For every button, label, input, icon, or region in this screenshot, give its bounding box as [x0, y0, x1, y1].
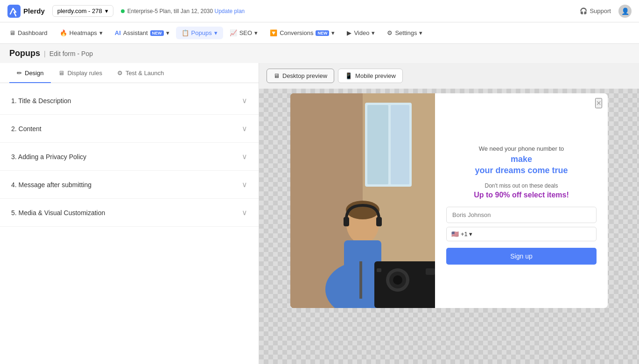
svg-rect-12 — [359, 261, 362, 299]
headphone-icon: 🎧 — [580, 7, 587, 14]
nav-item-seo[interactable]: 📈 SEO ▾ — [224, 27, 263, 39]
chevron-icon: ∨ — [242, 152, 247, 161]
user-avatar[interactable]: 👤 — [618, 5, 632, 18]
main-nav: 🖥 Dashboard 🔥 Heatmaps ▾ AI Assistant NE… — [0, 22, 639, 44]
chevron-icon: ∨ — [242, 124, 247, 133]
nav-item-conversions[interactable]: 🔽 Conversions NEW ▾ — [264, 27, 340, 39]
page-header: Popups | Edit form - Pop — [0, 44, 639, 63]
topbar-right: 🎧 Support 👤 — [580, 5, 632, 18]
chevron-icon: ∨ — [242, 96, 247, 105]
assistant-badge: NEW — [150, 30, 164, 36]
svg-rect-4 — [391, 105, 409, 184]
svg-rect-10 — [376, 217, 382, 226]
popup-photo — [290, 93, 435, 308]
flag-icon: 🇺🇸 — [451, 231, 459, 238]
accordion-media-visual[interactable]: 5. Media & Visual Customization ∨ — [0, 199, 259, 227]
support-button[interactable]: 🎧 Support — [580, 7, 611, 14]
settings-icon: ⚙ — [387, 29, 393, 36]
svg-rect-18 — [377, 268, 381, 272]
page-title: Popups — [9, 49, 40, 58]
phone-prefix: +1 ▾ — [461, 231, 472, 238]
tabs: ✏ Design 🖥 Display rules ⚙ Test & Launch — [0, 63, 259, 83]
site-selector[interactable]: plerdy.com - 278 ▾ — [52, 5, 113, 17]
photo-bg — [290, 93, 435, 308]
popup-form-panel: × We need your phone number to makeyour … — [435, 93, 608, 308]
left-panel: ✏ Design 🖥 Display rules ⚙ Test & Launch… — [0, 63, 259, 364]
nav-item-popups[interactable]: 📋 Popups ▾ — [176, 27, 223, 39]
right-panel: 🖥 Desktop preview 📱 Mobile preview — [259, 63, 639, 364]
preview-area: × We need your phone number to makeyour … — [259, 89, 639, 364]
pencil-icon: ✏ — [17, 70, 22, 77]
assistant-icon: AI — [115, 29, 121, 36]
settings-chevron: ▾ — [419, 29, 422, 36]
logo-icon — [7, 5, 21, 18]
popup-close-button[interactable]: × — [595, 98, 602, 108]
site-selector-text: plerdy.com - 278 — [57, 7, 102, 14]
chevron-icon: ∨ — [242, 208, 247, 217]
conversions-badge: NEW — [316, 30, 329, 36]
breadcrumb-sub: Edit form - Pop — [49, 50, 93, 57]
accordion-list: 1. Title & Description ∨ 2. Content ∨ 3.… — [0, 83, 259, 364]
main-layout: ✏ Design 🖥 Display rules ⚙ Test & Launch… — [0, 63, 639, 364]
svg-rect-17 — [426, 268, 435, 275]
accordion-title-desc[interactable]: 1. Title & Description ∨ — [0, 87, 259, 115]
nav-item-settings[interactable]: ⚙ Settings ▾ — [381, 27, 428, 39]
nav-item-dashboard[interactable]: 🖥 Dashboard — [4, 27, 53, 39]
conversions-icon: 🔽 — [270, 29, 277, 36]
popup-phone-row[interactable]: 🇺🇸 +1 ▾ — [446, 227, 597, 241]
topbar: Plerdy plerdy.com - 278 ▾ Enterprise-5 P… — [0, 0, 639, 22]
gear-icon: ⚙ — [117, 70, 123, 77]
popup-signup-button[interactable]: Sign up — [446, 248, 597, 265]
video-icon: ▶ — [347, 29, 351, 36]
nav-item-video[interactable]: ▶ Video ▾ — [341, 27, 380, 39]
status-dot — [121, 9, 125, 13]
heatmaps-icon: 🔥 — [60, 29, 67, 36]
svg-rect-9 — [344, 217, 349, 226]
chevron-down-icon: ▾ — [105, 7, 108, 14]
video-chevron: ▾ — [372, 29, 375, 36]
heatmaps-chevron: ▾ — [99, 29, 103, 36]
person-silhouette — [290, 93, 435, 308]
svg-rect-3 — [367, 105, 388, 184]
accordion-content[interactable]: 2. Content ∨ — [0, 115, 259, 143]
breadcrumb-separator: | — [44, 50, 46, 57]
popup-wrapper: × We need your phone number to makeyour … — [290, 93, 608, 308]
popups-chevron: ▾ — [214, 29, 218, 36]
monitor-icon: 🖥 — [58, 70, 64, 77]
person-icon: 👤 — [621, 7, 629, 15]
tab-design[interactable]: ✏ Design — [9, 63, 51, 83]
nav-item-heatmaps[interactable]: 🔥 Heatmaps ▾ — [54, 27, 108, 39]
tab-display-rules[interactable]: 🖥 Display rules — [51, 63, 109, 83]
preview-toolbar: 🖥 Desktop preview 📱 Mobile preview — [259, 63, 639, 89]
nav-item-assistant[interactable]: AI Assistant NEW ▾ — [109, 27, 175, 39]
seo-icon: 📈 — [230, 29, 237, 36]
tab-test-launch[interactable]: ⚙ Test & Launch — [110, 63, 171, 83]
popup-offer: Up to 90% off select items! — [446, 191, 597, 199]
svg-point-16 — [393, 275, 402, 285]
update-plan-link[interactable]: Update plan — [215, 8, 245, 14]
desktop-icon: 🖥 — [274, 72, 280, 79]
logo: Plerdy — [7, 5, 45, 18]
popup-title-normal: We need your phone number to — [446, 145, 597, 152]
accordion-message-after[interactable]: 4. Message after submitting ∨ — [0, 171, 259, 199]
popups-icon: 📋 — [182, 29, 189, 36]
dashboard-icon: 🖥 — [9, 29, 15, 36]
desktop-preview-button[interactable]: 🖥 Desktop preview — [267, 69, 334, 83]
plan-text: Enterprise-5 Plan, till Jan 12, 2030 Upd… — [127, 8, 245, 14]
mobile-icon: 📱 — [345, 72, 352, 79]
seo-chevron: ▾ — [254, 29, 258, 36]
chevron-icon: ∨ — [242, 180, 247, 189]
mobile-preview-button[interactable]: 📱 Mobile preview — [338, 69, 403, 83]
popup-subtitle: Don't miss out on these deals — [446, 182, 597, 189]
popup-container: × We need your phone number to makeyour … — [259, 89, 639, 364]
popup-title-bold: makeyour dreams come true — [446, 154, 597, 176]
assistant-chevron: ▾ — [166, 29, 169, 36]
popup-name-input[interactable] — [446, 207, 597, 223]
conversions-chevron: ▾ — [331, 29, 335, 36]
plan-info: Enterprise-5 Plan, till Jan 12, 2030 Upd… — [121, 8, 245, 14]
accordion-privacy[interactable]: 3. Adding a Privacy Policy ∨ — [0, 143, 259, 171]
svg-rect-0 — [7, 5, 21, 18]
brand-name: Plerdy — [23, 7, 45, 15]
